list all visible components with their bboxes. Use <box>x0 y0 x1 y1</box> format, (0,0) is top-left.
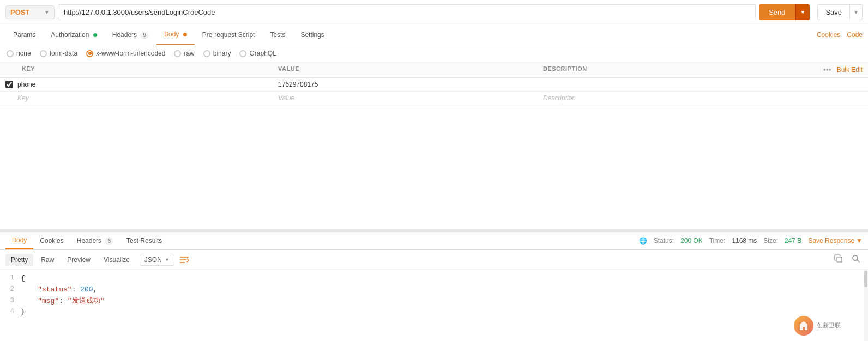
key-cell: phone <box>5 81 278 88</box>
radio-urlencoded[interactable]: x-www-form-urlencoded <box>86 50 165 57</box>
code-line-2: 2 "status": 200, <box>5 284 863 296</box>
line-num-1: 1 <box>5 273 14 284</box>
response-tab-body[interactable]: Body <box>5 232 33 249</box>
tab-authorization[interactable]: Authorization <box>43 26 104 44</box>
tabs-right: Cookies Code <box>817 26 863 44</box>
tab-body[interactable]: Body <box>156 25 195 45</box>
code-key-msg: "msg" <box>38 297 59 305</box>
svg-line-5 <box>857 260 860 263</box>
save-response-button[interactable]: Save Response ▼ <box>808 237 863 245</box>
globe-icon: 🌐 <box>639 237 647 245</box>
response-tabs-row: Body Cookies Headers 6 Test Results 🌐 St… <box>0 232 868 250</box>
copy-icon[interactable] <box>832 253 845 266</box>
status-label: Status: <box>654 237 674 245</box>
code-brace-close: } <box>21 307 25 318</box>
radio-circle-form-data <box>40 50 47 57</box>
line-num-2: 2 <box>5 284 14 296</box>
size-label: Size: <box>763 237 778 245</box>
row-checkbox[interactable] <box>5 81 13 88</box>
table-header: KEY VALUE DESCRIPTION ••• Bulk Edit <box>0 62 868 78</box>
watermark-icon <box>794 316 813 336</box>
table-row: phone 17629708175 <box>0 78 868 92</box>
col-description-header: DESCRIPTION <box>543 65 808 74</box>
format-right-icons <box>832 253 863 266</box>
status-value: 200 OK <box>680 237 703 245</box>
radio-circle-raw <box>174 50 181 57</box>
empty-table-row: Key Value Description <box>0 92 868 105</box>
method-arrow: ▼ <box>44 9 50 15</box>
headers-badge: 9 <box>140 32 149 39</box>
value-cell: 17629708175 <box>278 81 543 88</box>
svg-rect-3 <box>837 257 842 262</box>
watermark: 创新卫联 <box>794 316 841 336</box>
tab-tests[interactable]: Tests <box>262 26 293 44</box>
format-tab-raw[interactable]: Raw <box>35 254 59 266</box>
radio-circle-binary <box>203 50 210 57</box>
radio-none[interactable]: none <box>7 50 31 57</box>
response-tab-test-results[interactable]: Test Results <box>120 233 168 249</box>
code-val-status: 200 <box>80 285 93 294</box>
tab-headers[interactable]: Headers 9 <box>105 26 156 44</box>
empty-value-placeholder: Value <box>278 94 543 102</box>
cookies-link[interactable]: Cookies <box>817 26 840 44</box>
request-tabs: Params Authorization Headers 9 Body Pre-… <box>0 25 868 45</box>
body-types-row: none form-data x-www-form-urlencoded raw… <box>0 45 868 62</box>
top-bar: POST ▼ Send ▼ Save ▼ <box>0 0 868 25</box>
radio-binary[interactable]: binary <box>203 50 231 57</box>
response-tab-cookies[interactable]: Cookies <box>33 233 70 249</box>
empty-key-cell: Key <box>5 94 278 102</box>
send-dropdown-button[interactable]: ▼ <box>795 4 810 20</box>
response-status-bar: 🌐 Status: 200 OK Time: 1168 ms Size: 247… <box>639 237 863 245</box>
radio-circle-urlencoded <box>86 50 93 57</box>
radio-circle-none <box>7 50 14 57</box>
format-tabs-row: Pretty Raw Preview Visualize JSON ▼ <box>0 250 868 270</box>
code-line-3: 3 "msg": "发送成功" <box>5 296 863 307</box>
format-tab-pretty[interactable]: Pretty <box>5 254 33 266</box>
save-button[interactable]: Save <box>817 4 850 20</box>
code-val-msg: "发送成功" <box>68 297 105 305</box>
response-headers-badge: 6 <box>105 238 113 245</box>
response-tab-headers[interactable]: Headers 6 <box>70 233 120 249</box>
format-select[interactable]: JSON ▼ <box>140 254 174 266</box>
method-select[interactable]: POST ▼ <box>5 5 55 19</box>
bulk-edit-btn[interactable]: Bulk Edit <box>837 66 863 74</box>
empty-key-placeholder: Key <box>17 94 29 102</box>
tab-settings[interactable]: Settings <box>293 26 331 44</box>
code-link[interactable]: Code <box>847 26 863 44</box>
response-code-area: 1 { 2 "status": 200, 3 "msg": "发送成功" 4 } <box>0 270 868 341</box>
format-tab-visualize[interactable]: Visualize <box>98 254 135 266</box>
dots-menu[interactable]: ••• <box>823 65 831 74</box>
format-tab-preview[interactable]: Preview <box>62 254 96 266</box>
scrollbar-thumb[interactable] <box>864 271 867 287</box>
radio-raw[interactable]: raw <box>174 50 194 57</box>
response-section: Body Cookies Headers 6 Test Results 🌐 St… <box>0 232 868 341</box>
send-button[interactable]: Send <box>759 4 795 20</box>
key-value: phone <box>17 81 35 88</box>
save-dropdown-button[interactable]: ▼ <box>850 4 863 20</box>
body-dot <box>183 33 187 36</box>
tab-params[interactable]: Params <box>5 26 43 44</box>
col-value-header: VALUE <box>278 65 543 74</box>
wrap-icon[interactable] <box>179 254 190 265</box>
code-brace-open: { <box>21 273 25 284</box>
radio-circle-graphql <box>239 50 246 57</box>
code-line-4: 4 } <box>5 307 863 318</box>
code-key-status: "status" <box>38 285 71 294</box>
scrollbar-track[interactable] <box>864 270 868 341</box>
time-label: Time: <box>709 237 726 245</box>
svg-point-4 <box>853 255 858 260</box>
method-label: POST <box>10 8 29 16</box>
authorization-dot <box>93 33 97 37</box>
line-num-4: 4 <box>5 307 14 318</box>
url-input[interactable] <box>58 4 756 20</box>
empty-description-placeholder: Description <box>543 94 808 102</box>
col-key-header: KEY <box>5 65 278 74</box>
line-num-3: 3 <box>5 296 14 307</box>
radio-form-data[interactable]: form-data <box>40 50 77 57</box>
search-icon[interactable] <box>849 253 863 266</box>
code-line-1: 1 { <box>5 273 863 284</box>
tab-pre-request[interactable]: Pre-request Script <box>195 26 263 44</box>
watermark-text: 创新卫联 <box>817 322 841 329</box>
time-value: 1168 ms <box>732 237 757 245</box>
radio-graphql[interactable]: GraphQL <box>239 50 276 57</box>
